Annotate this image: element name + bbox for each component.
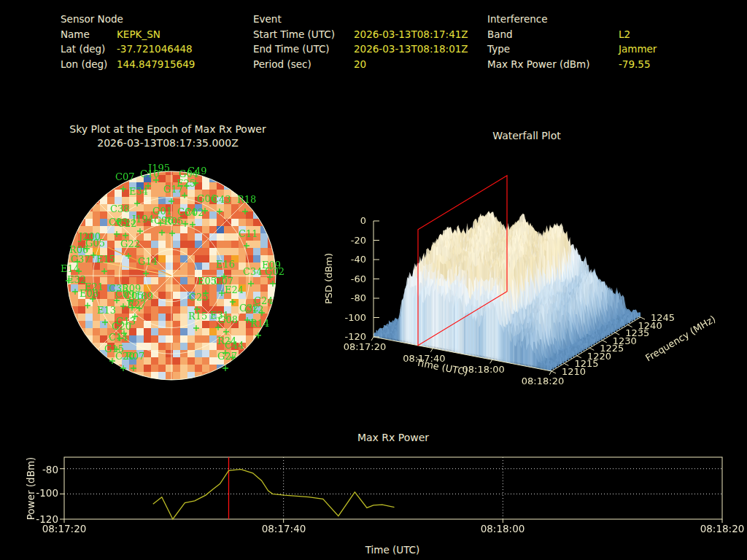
field-value: 20: [354, 58, 366, 74]
header-row: Band L2: [487, 28, 657, 44]
sensor-dashboard: Sensor Node Name KEPK_SN Lat (deg) -37.7…: [0, 0, 747, 560]
section-title: Event: [253, 13, 468, 28]
field-value: -37.721046448: [117, 43, 193, 58]
field-value: -79.55: [619, 58, 651, 74]
field-value: KEPK_SN: [117, 28, 160, 44]
field-label: Type: [487, 43, 619, 58]
xtick-081800: 08:18:00: [473, 523, 532, 534]
field-label: Start Time (UTC): [253, 28, 354, 44]
field-value: L2: [619, 28, 630, 44]
timeseries-canvas: [0, 443, 747, 531]
waterfall-canvas: [306, 146, 747, 394]
event-section: Event Start Time (UTC) 2026-03-13T08:17:…: [253, 13, 468, 73]
skyplot-title: Sky Plot at the Epoch of Max Rx Power: [44, 123, 292, 135]
timeseries-xlabel: Time (UTC): [341, 544, 444, 556]
header-row: Period (sec) 20: [253, 58, 468, 74]
header-row: Lat (deg) -37.721046448: [61, 43, 195, 58]
timeseries-title: Max Rx Power: [320, 432, 466, 443]
header-row: Type Jammer: [487, 43, 657, 58]
xtick-081720: 08:17:20: [35, 523, 93, 534]
section-title: Sensor Node: [61, 13, 195, 28]
field-label: End Time (UTC): [253, 43, 354, 58]
skyplot-subtitle: 2026-03-13T08:17:35.000Z: [44, 137, 292, 149]
xtick-081820: 08:18:20: [694, 523, 747, 534]
field-label: Period (sec): [253, 58, 354, 74]
sensor-node-section: Sensor Node Name KEPK_SN Lat (deg) -37.7…: [61, 13, 195, 73]
field-value: 2026-03-13T08:18:01Z: [354, 43, 468, 58]
waterfall-title: Waterfall Plot: [454, 130, 600, 141]
field-label: Max Rx Power (dBm): [487, 58, 619, 74]
interference-section: Interference Band L2 Type Jammer Max Rx …: [487, 13, 657, 73]
field-label: Lon (deg): [61, 58, 117, 74]
header-row: Lon (deg) 144.847915649: [61, 58, 195, 74]
field-value: Jammer: [619, 43, 657, 58]
field-value: 2026-03-13T08:17:41Z: [354, 28, 468, 44]
header-row: End Time (UTC) 2026-03-13T08:18:01Z: [253, 43, 468, 58]
field-label: Lat (deg): [61, 43, 117, 58]
header-row: Max Rx Power (dBm) -79.55: [487, 58, 657, 74]
field-label: Name: [61, 28, 117, 44]
skyplot-canvas: [55, 159, 288, 385]
header-row: Name KEPK_SN: [61, 28, 195, 44]
timeseries-ylabel: Power (dBm): [25, 445, 36, 532]
field-label: Band: [487, 28, 619, 44]
header-row: Start Time (UTC) 2026-03-13T08:17:41Z: [253, 28, 468, 44]
field-value: 144.847915649: [117, 58, 195, 74]
xtick-081740: 08:17:40: [255, 523, 313, 534]
section-title: Interference: [487, 13, 657, 28]
